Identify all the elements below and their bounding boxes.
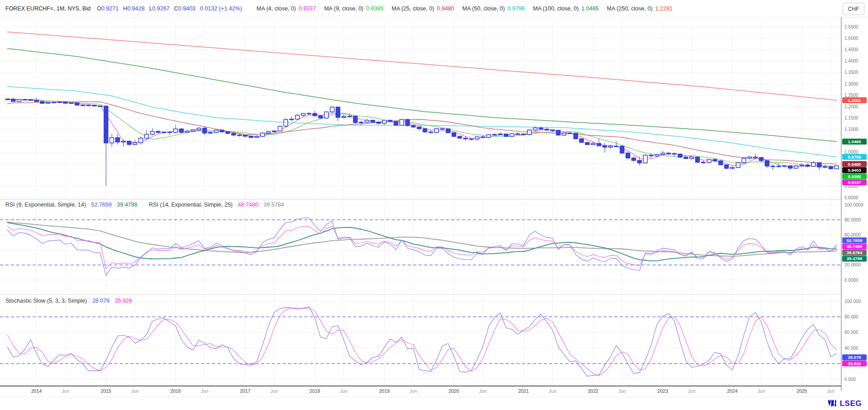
svg-text:Jun: Jun [410,388,417,394]
stochastic-title: Stochastic Slow (5, 3, 3, Simple) [5,298,87,304]
close-field: C0.9403 [174,5,195,12]
svg-text:80.0000: 80.0000 [844,217,861,222]
svg-text:0.9480: 0.9480 [848,162,861,167]
svg-text:2024: 2024 [727,388,738,394]
svg-text:2017: 2017 [240,388,251,394]
low-field: L0.9267 [149,5,169,12]
svg-text:2015: 2015 [101,388,111,394]
svg-text:2021: 2021 [518,388,529,394]
ma50-legend: MA (50, close, 0)0.9796 [463,5,525,12]
svg-text:Jun: Jun [131,388,139,394]
svg-text:1.4500: 1.4500 [844,47,858,52]
svg-text:39.4798: 39.4798 [847,256,862,261]
svg-text:Jun: Jun [618,388,626,394]
svg-text:2025: 2025 [796,388,807,394]
svg-text:Jun: Jun [340,388,347,394]
currency-button[interactable]: CHF [843,3,864,15]
svg-text:2014: 2014 [31,388,42,394]
ma25-legend: MA (25, close, 0)0.9480 [392,5,454,12]
high-field: H0.9428 [123,5,145,12]
svg-text:Jun: Jun [270,388,278,394]
svg-text:2019: 2019 [379,388,390,394]
svg-text:60.0000: 60.0000 [844,232,861,237]
rsi-slow-value: 48.7480 [238,202,258,208]
svg-text:1.1500: 1.1500 [844,116,858,121]
svg-text:0.9796: 0.9796 [848,154,861,159]
net-change: 0.0132 (+1.42%) [200,5,242,12]
svg-text:100.000: 100.000 [844,299,861,304]
svg-text:25.926: 25.926 [848,361,861,366]
svg-text:1.2500: 1.2500 [844,93,858,98]
ma9-legend: MA (9, close, 0)0.9385 [324,5,383,12]
chart-application-window: 1.55001.50001.45001.40001.35001.30001.25… [0,0,868,410]
svg-text:Jun: Jun [757,388,765,394]
stochastic-k-value: 28.079 [92,298,109,304]
svg-text:Jun: Jun [827,388,835,394]
svg-text:40.000: 40.000 [844,346,858,351]
rsi-fast-title: RSI (9, Exponential, Simple, 14) [5,202,86,208]
rsi-fast-value: 52.7659 [91,202,111,208]
svg-text:Jun: Jun [62,388,69,394]
svg-text:0.0000: 0.0000 [844,278,858,283]
stochastic-d-value: 25.926 [115,298,132,304]
time-axis-labels: 2014Jun2015Jun2016Jun2017Jun2018Jun2019J… [31,388,835,394]
ma250-legend: MA (250, close, 0)1.2281 [607,5,673,12]
instrument-title: FOREX EURCHF=, 1M, NYS, Bid [5,5,91,12]
rsi-legend: RSI (9, Exponential, Simple, 14) 52.7659… [5,202,284,208]
svg-text:Jun: Jun [479,388,487,394]
svg-text:1.1000: 1.1000 [844,127,858,132]
open-field: O0.9271 [97,5,119,12]
svg-text:Jun: Jun [549,388,556,394]
svg-text:20.0000: 20.0000 [844,262,861,267]
svg-text:100.0000: 100.0000 [844,203,863,207]
rsi-slow-title: RSI (14, Exponential, Simple, 25) [149,202,233,208]
svg-text:2022: 2022 [588,388,599,394]
svg-text:0.8000: 0.8000 [844,195,858,200]
svg-text:2023: 2023 [657,388,668,394]
svg-text:1.4000: 1.4000 [844,58,858,63]
svg-text:2020: 2020 [448,388,459,394]
rsi-slow-signal-value: 39.5784 [264,202,284,208]
svg-text:0.9385: 0.9385 [848,174,861,179]
svg-text:1.5500: 1.5500 [844,24,858,29]
svg-text:52.7659: 52.7659 [847,238,862,243]
svg-text:39.5784: 39.5784 [847,250,863,255]
stochastic-legend: Stochastic Slow (5, 3, 3, Simple) 28.079… [5,298,132,304]
svg-text:80.000: 80.000 [844,314,858,319]
svg-text:1.2281: 1.2281 [848,98,861,103]
lseg-logo-text: LSEG [840,399,862,408]
svg-text:48.7480: 48.7480 [847,244,862,249]
svg-text:1.3000: 1.3000 [844,82,858,87]
svg-text:1.2000: 1.2000 [844,104,858,109]
svg-text:2016: 2016 [170,388,181,394]
ma100-legend: MA (100, close, 0)1.0465 [533,5,599,12]
svg-text:0.000: 0.000 [844,377,856,382]
lseg-brand: LSEG [827,399,862,408]
rsi-fast-signal-value: 39.4798 [117,202,137,208]
svg-text:1.5000: 1.5000 [844,36,858,41]
ma4-legend: MA (4, close, 0)0.9337 [256,5,316,12]
lseg-logo-icon [827,399,837,408]
svg-text:Jun: Jun [688,388,695,394]
chart-header-legend: FOREX EURCHF=, 1M, NYS, Bid O0.9271 H0.9… [0,0,840,17]
svg-text:2018: 2018 [309,388,320,394]
svg-text:Jun: Jun [201,388,208,394]
svg-text:28.079: 28.079 [848,355,861,360]
svg-text:0.9403: 0.9403 [848,168,861,173]
svg-text:60.000: 60.000 [844,330,858,335]
svg-text:0.9337: 0.9337 [848,180,861,185]
svg-text:1.0465: 1.0465 [848,139,861,144]
svg-text:1.3500: 1.3500 [844,70,858,75]
